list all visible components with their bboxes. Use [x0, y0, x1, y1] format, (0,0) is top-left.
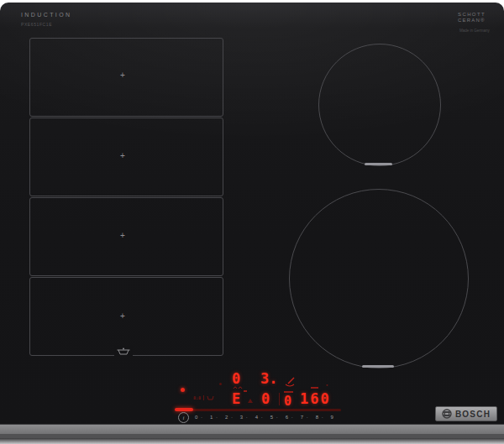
drop-shadow [0, 438, 504, 444]
flex-zone-segment-4 [29, 277, 223, 356]
schott-logo-subtext: Made in Germany [459, 29, 490, 33]
flex-zone-segment-2 [29, 118, 223, 196]
temperature-timer-display: 160 [300, 390, 331, 407]
bosch-logo-text: BOSCH [455, 410, 491, 419]
mini-separator [203, 395, 204, 400]
power-key-3[interactable]: 3 · [240, 415, 249, 420]
display-tick-mark [244, 390, 247, 392]
power-scale: 0 · 1 · 2 · 3 · 4 · 5 · 6 · 7 · 8 · 9 [195, 413, 334, 421]
zone-display-rear-left: 0 [232, 370, 240, 387]
bosch-symbol-icon [442, 409, 452, 419]
power-key-0[interactable]: 0 · [195, 415, 203, 420]
power-slider-track[interactable] [175, 409, 341, 411]
zone-alignment-mark-front [362, 365, 394, 368]
power-key-9[interactable]: 9 [331, 415, 334, 420]
temp-display-tick [311, 387, 318, 389]
power-key-2[interactable]: 2 · [225, 415, 234, 420]
power-key-6[interactable]: 6 · [286, 415, 294, 420]
flex-zone-segment-1 [29, 38, 223, 117]
zone-center-mark: + [120, 231, 125, 240]
pan-detection-icon [114, 346, 133, 357]
zone-center-mark: + [120, 311, 125, 321]
zone-display-rear-right: 3. [260, 370, 277, 387]
power-key-1[interactable]: 1 · [210, 415, 218, 420]
surface-label: INDUCTION [21, 12, 72, 18]
front-trim-strip [0, 425, 504, 434]
zone-center-mark: + [120, 151, 125, 160]
power-key-4[interactable]: 4 · [255, 415, 264, 420]
schott-logo-line1: SCHOTT [458, 12, 486, 17]
warning-indicator [248, 399, 253, 403]
panel-separator [279, 393, 280, 405]
power-slider-active-segment[interactable] [175, 408, 193, 411]
schott-logo-line2: CERAN® [458, 18, 486, 23]
bosch-badge: BOSCH [435, 406, 497, 421]
temp-unit-mark: * [326, 384, 328, 389]
mini-timer-display: 8:8 [193, 395, 201, 400]
power-key-8[interactable]: 8 · [316, 415, 324, 420]
aux-zone-display: 0 [284, 394, 291, 409]
flex-zone-segment-3 [29, 197, 223, 276]
zone-center-mark: + [120, 71, 125, 80]
power-key-5[interactable]: 5 · [270, 415, 279, 420]
flex-zone-indicator-icon [233, 385, 243, 389]
aux-display-overbar [284, 391, 293, 393]
mini-pan-icon [207, 395, 214, 400]
power-key-7[interactable]: 7 · [301, 415, 309, 420]
zone-display-front-right: 0 [261, 390, 270, 407]
info-key-label: i [183, 415, 185, 421]
keylock-indicator [219, 383, 222, 385]
zone-display-front-left: E [232, 390, 240, 407]
info-key[interactable]: i [178, 412, 189, 423]
product-photo: INDUCTION PXE651FC1E SCHOTT CERAN® Made … [0, 0, 504, 444]
model-number-label: PXE651FC1E [21, 22, 52, 27]
cooking-zone-rear-right [318, 44, 441, 166]
cooking-zone-front-right [289, 189, 469, 368]
zone-alignment-mark-rear [365, 163, 392, 165]
power-indicator-led [181, 388, 185, 392]
timer-mini-icons: 8:8 [193, 395, 214, 400]
power-move-icon[interactable] [284, 377, 296, 388]
